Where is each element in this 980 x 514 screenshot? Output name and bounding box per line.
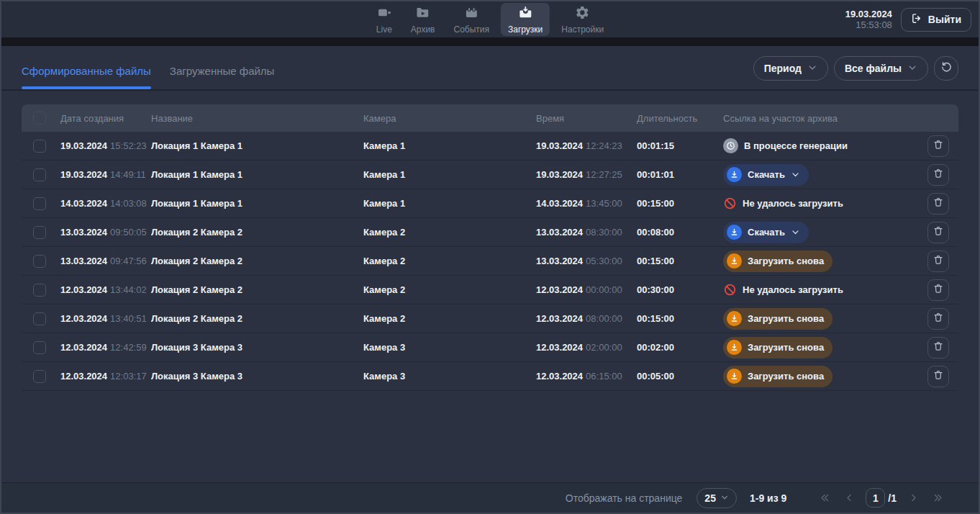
delete-button[interactable] [927, 164, 949, 186]
nav-item-archive[interactable]: Архив [404, 3, 443, 36]
archive-link-status: Загрузить снова Загрузить снова Загрузит… [723, 308, 918, 330]
row-checkbox[interactable] [33, 168, 46, 181]
nav-label: Live [376, 25, 392, 34]
created-time: 14:49:11 [110, 169, 146, 180]
per-page-label: Отображать на странице [566, 492, 683, 504]
camera-name: Камера 1 [363, 169, 536, 180]
file-name: Локация 1 Камера 1 [151, 198, 363, 209]
record-time: 02:00:00 [586, 342, 622, 353]
pagination-bar: Отображать на странице 25 1-9 из 9 1 /1 [1, 482, 979, 513]
delete-button[interactable] [927, 337, 949, 359]
duration: 00:05:00 [637, 371, 723, 382]
download-icon [727, 253, 742, 269]
row-checkbox[interactable] [33, 312, 46, 325]
select-all-checkbox[interactable] [33, 112, 46, 125]
current-page-box[interactable]: 1 [866, 488, 885, 508]
retry-download-button[interactable]: Загрузить снова [723, 366, 832, 387]
column-header-name: Название [151, 113, 363, 124]
prev-page-button[interactable] [840, 489, 858, 508]
row-checkbox[interactable] [33, 255, 46, 268]
created-date: 12.03.2024 [60, 371, 107, 382]
delete-button[interactable] [927, 279, 949, 301]
column-header-duration: Длительность [637, 113, 723, 124]
archive-link-status: Не удалось загрузить Не удалось загрузит… [723, 197, 918, 210]
nav-item-downloads[interactable]: Загрузки [501, 3, 550, 36]
download-button[interactable]: Скачать [723, 222, 809, 243]
table-body: 19.03.2024 15:52:23 Локация 1 Камера 1 К… [22, 132, 958, 391]
trash-icon [933, 168, 944, 181]
row-checkbox[interactable] [33, 226, 46, 239]
files-filter-label: Все файлы [845, 63, 902, 74]
record-time: 05:30:00 [586, 256, 622, 266]
download-icon [727, 369, 742, 384]
delete-button[interactable] [927, 222, 949, 243]
logout-button[interactable]: Выйти [901, 8, 971, 32]
trash-icon [933, 197, 944, 210]
duration: 00:30:00 [637, 284, 723, 295]
created-date: 19.03.2024 [60, 169, 107, 180]
main-nav: Live Архив События Загрузки Настройки [369, 1, 611, 37]
delete-button[interactable] [927, 308, 949, 330]
row-checkbox[interactable] [33, 197, 46, 210]
file-name: Локация 1 Камера 1 [151, 169, 363, 180]
camera-name: Камера 2 [363, 227, 536, 238]
files-filter-button[interactable]: Все файлы [834, 56, 928, 81]
table-row: 12.03.2024 13:44:02 Локация 2 Камера 2 К… [22, 276, 958, 305]
delete-button[interactable] [927, 135, 949, 157]
retry-download-button[interactable]: Загрузить снова [723, 308, 832, 330]
delete-button[interactable] [927, 251, 949, 272]
camera-name: Камера 1 [363, 140, 536, 151]
first-page-button[interactable] [815, 489, 834, 508]
camera-name: Камера 3 [363, 371, 536, 382]
created-date: 13.03.2024 [60, 227, 107, 238]
table-row: 19.03.2024 15:52:23 Локация 1 Камера 1 К… [22, 132, 958, 161]
chevron-down-icon [791, 170, 800, 179]
archive-folder-icon [415, 5, 430, 23]
retry-download-button[interactable]: Загрузить снова [723, 337, 832, 359]
period-filter-button[interactable]: Период [753, 56, 828, 81]
trash-icon [933, 283, 944, 297]
blocked-icon [723, 283, 737, 297]
column-header-camera: Камера [363, 113, 536, 124]
last-page-button[interactable] [928, 489, 947, 508]
tab-downloaded-files[interactable]: Загруженные файлы [170, 65, 275, 89]
delete-button[interactable] [927, 193, 949, 215]
record-time: 12:24:23 [586, 140, 622, 151]
row-checkbox[interactable] [33, 341, 46, 354]
record-time: 08:30:00 [586, 227, 622, 238]
retry-download-button[interactable]: Загрузить снова [723, 251, 832, 272]
nav-label: События [453, 25, 489, 34]
blocked-icon [723, 197, 737, 210]
record-date: 12.03.2024 [536, 371, 583, 382]
status-failed: Не удалось загрузить [723, 197, 843, 210]
per-page-select[interactable]: 25 [697, 488, 737, 508]
tab-generated-files[interactable]: Сформированные файлы [22, 65, 151, 89]
total-pages-label: /1 [888, 492, 897, 504]
trash-icon [933, 225, 944, 239]
record-date: 13.03.2024 [536, 256, 583, 266]
trash-icon [933, 312, 944, 325]
status-generating: В процессе генерации [723, 138, 848, 153]
row-checkbox[interactable] [33, 284, 46, 297]
row-checkbox[interactable] [33, 370, 46, 383]
record-date: 19.03.2024 [536, 169, 583, 180]
created-time: 13:44:02 [110, 284, 147, 295]
chevron-down-icon [791, 227, 800, 237]
nav-item-events[interactable]: События [446, 3, 496, 36]
download-button[interactable]: Скачать [723, 164, 809, 186]
column-header-created: Дата создания [60, 113, 151, 124]
duration: 00:01:15 [637, 140, 723, 151]
camera-name: Камера 1 [363, 198, 536, 209]
record-date: 13.03.2024 [536, 227, 583, 238]
created-time: 09:47:56 [110, 256, 147, 266]
delete-button[interactable] [927, 366, 949, 387]
chevron-down-icon [807, 63, 817, 75]
record-date: 12.03.2024 [536, 313, 583, 324]
created-date: 13.03.2024 [60, 256, 107, 266]
nav-item-live[interactable]: Live [369, 3, 399, 36]
nav-label: Архив [411, 25, 435, 34]
refresh-button[interactable] [934, 56, 958, 81]
next-page-button[interactable] [904, 489, 922, 508]
nav-item-settings[interactable]: Настройки [554, 3, 611, 36]
row-checkbox[interactable] [33, 140, 46, 153]
